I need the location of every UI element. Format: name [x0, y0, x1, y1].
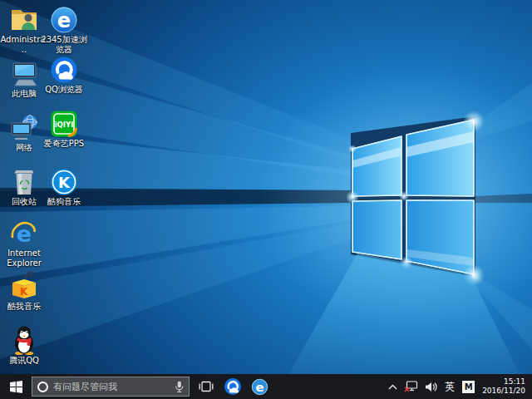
- search-box[interactable]: 有问题尽管问我: [32, 377, 190, 397]
- icon-label: 酷我音乐: [7, 302, 41, 312]
- kugou-music-icon: K: [48, 166, 80, 196]
- clock-date: 2016/11/20: [482, 387, 525, 396]
- kuwo-music-icon: K: [8, 271, 40, 301]
- start-button[interactable]: [0, 374, 32, 399]
- internet-explorer-icon: e: [8, 218, 40, 248]
- iqiyi-pps-icon: iQIYI: [48, 108, 80, 138]
- taskbar-2345-browser-button[interactable]: e: [246, 374, 273, 399]
- qq-browser-icon: [224, 377, 242, 396]
- taskbar: 有问题尽管问我: [0, 374, 532, 399]
- clock[interactable]: 15:11 2016/11/20: [478, 377, 532, 396]
- network-disconnected-icon: [404, 381, 418, 392]
- svg-text:K: K: [58, 174, 71, 191]
- desktop-icon-internet-explorer[interactable]: e Internet Explorer: [0, 218, 48, 268]
- ime-mode-badge[interactable]: M: [462, 381, 475, 393]
- volume-button[interactable]: [421, 374, 441, 399]
- desktop-icon-qq-browser[interactable]: QQ浏览器: [40, 54, 88, 95]
- task-view-icon: [199, 381, 214, 392]
- icon-label: 腾讯QQ: [9, 356, 39, 366]
- desktop-icon-tencent-qq[interactable]: 腾讯QQ: [0, 325, 48, 366]
- icon-label: 网络: [16, 143, 32, 153]
- desktop-icon-iqiyi-pps[interactable]: iQIYI 爱奇艺PPS: [40, 108, 88, 149]
- desktop-icon-kugou-music[interactable]: K 酷狗音乐: [40, 166, 88, 207]
- 2345-browser-icon: e: [48, 4, 80, 34]
- chevron-up-icon: [388, 384, 397, 390]
- clock-time: 15:11: [504, 377, 525, 387]
- network-icon: [8, 112, 40, 142]
- icon-label: 回收站: [12, 197, 37, 207]
- desktop-icon-2345-browser[interactable]: e 2345加速浏览器: [40, 4, 88, 55]
- svg-text:e: e: [57, 9, 71, 32]
- icon-label: 此电脑: [12, 89, 37, 99]
- network-status-button[interactable]: [401, 374, 421, 399]
- icon-label: QQ浏览器: [45, 85, 83, 95]
- speaker-icon: [425, 382, 437, 392]
- svg-text:e: e: [255, 380, 264, 394]
- this-pc-icon: [8, 58, 40, 88]
- desktop-icon-kuwo-music[interactable]: K 酷我音乐: [0, 271, 48, 312]
- ime-language-indicator[interactable]: 英: [441, 374, 459, 399]
- search-placeholder: 有问题尽管问我: [53, 381, 170, 393]
- ime-mode-text: M: [465, 382, 473, 392]
- svg-text:K: K: [20, 286, 28, 298]
- system-tray: 英 M 15:11 2016/11/20: [385, 374, 532, 399]
- desktop: Administra... 此电脑: [0, 0, 532, 399]
- taskbar-qq-browser-button[interactable]: [219, 374, 246, 399]
- svg-text:iQIYI: iQIYI: [55, 121, 74, 129]
- user-folder-icon: [8, 4, 40, 34]
- microphone-icon[interactable]: [175, 380, 184, 394]
- icon-label: 2345加速浏览器: [40, 35, 88, 55]
- cortana-circle-icon: [37, 382, 48, 392]
- tencent-qq-icon: [8, 325, 40, 355]
- 2345-browser-icon: e: [251, 378, 268, 396]
- icon-label: Internet Explorer: [0, 249, 48, 268]
- ime-language-text: 英: [445, 380, 455, 394]
- windows-logo-icon: [10, 381, 22, 393]
- show-hidden-icons-button[interactable]: [385, 374, 401, 399]
- icon-label: 酷狗音乐: [47, 197, 81, 207]
- task-view-button[interactable]: [193, 374, 219, 399]
- recycle-bin-icon: [8, 166, 40, 196]
- icon-label: 爱奇艺PPS: [44, 139, 84, 149]
- qq-browser-icon: [48, 54, 80, 84]
